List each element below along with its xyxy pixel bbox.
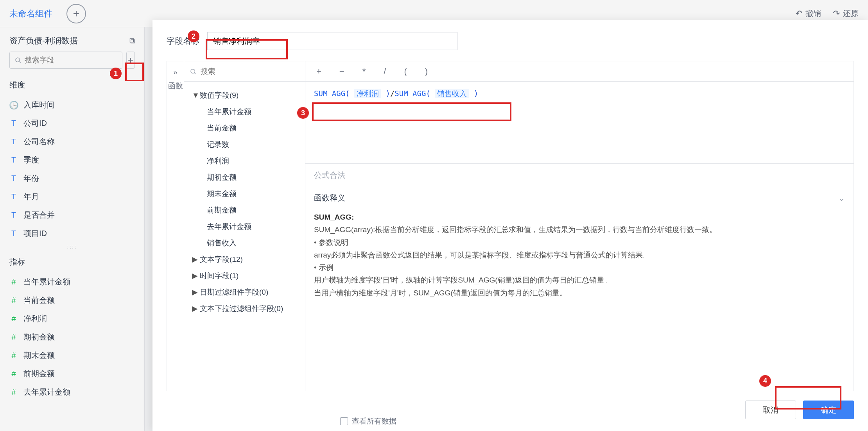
formula-panel: + − * / ( ) SUM_AGG( 净利润 )/SUM_AGG( 销售收入… bbox=[305, 61, 854, 391]
view-all-data-checkbox[interactable]: 查看所有数据 bbox=[340, 416, 396, 426]
operator-bar: + − * / ( ) bbox=[305, 61, 854, 82]
redo-button[interactable]: ↷ 还原 bbox=[833, 8, 859, 19]
text-icon: T bbox=[9, 229, 18, 238]
search-icon bbox=[190, 68, 197, 75]
svg-point-2 bbox=[191, 69, 195, 73]
chevron-right-icon: ▶ bbox=[192, 271, 197, 280]
tree-search-input[interactable] bbox=[201, 67, 299, 76]
undo-button[interactable]: ↶ 撤销 bbox=[795, 8, 821, 19]
dim-item[interactable]: T年份 bbox=[0, 169, 144, 188]
datasource-icon[interactable]: ⧉ bbox=[129, 36, 135, 45]
chevron-right-icon: ▶ bbox=[192, 255, 197, 264]
op-plus[interactable]: + bbox=[316, 66, 321, 77]
formula-validity: 公式合法 bbox=[305, 164, 854, 187]
ok-button[interactable]: 确定 bbox=[803, 401, 854, 419]
text-icon: T bbox=[9, 192, 18, 201]
field-search[interactable] bbox=[9, 52, 122, 69]
number-icon: # bbox=[9, 388, 18, 397]
text-icon: T bbox=[9, 156, 18, 165]
dim-item[interactable]: T公司ID bbox=[0, 114, 144, 132]
metric-item[interactable]: #当前金额 bbox=[0, 291, 144, 309]
dimensions-list: 🕒入库时间 T公司ID T公司名称 T季度 T年份 T年月 T是否合并 T项目I… bbox=[0, 96, 144, 243]
metric-item[interactable]: #净利润 bbox=[0, 309, 144, 328]
tree-group-text[interactable]: ▶文本字段(12) bbox=[188, 251, 301, 268]
tree-group-time[interactable]: ▶时间字段(1) bbox=[188, 268, 301, 284]
redo-label: 还原 bbox=[843, 8, 859, 19]
tree-leaf[interactable]: 期初金额 bbox=[188, 169, 301, 186]
dim-item[interactable]: T季度 bbox=[0, 151, 144, 169]
op-divide[interactable]: / bbox=[384, 66, 386, 77]
component-title[interactable]: 未命名组件 bbox=[9, 8, 52, 20]
number-icon: # bbox=[9, 296, 18, 305]
dim-item[interactable]: 🕒入库时间 bbox=[0, 96, 144, 114]
metrics-header: 指标 bbox=[0, 251, 144, 273]
number-icon: # bbox=[9, 369, 18, 378]
tree-leaf[interactable]: 销售收入 bbox=[188, 235, 301, 251]
metric-item[interactable]: #去年累计金额 bbox=[0, 383, 144, 401]
dim-item[interactable]: T项目ID bbox=[0, 224, 144, 243]
text-icon: T bbox=[9, 119, 18, 128]
svg-point-0 bbox=[16, 58, 20, 62]
tree-leaf[interactable]: 净利润 bbox=[188, 153, 301, 169]
dimensions-header: 维度 bbox=[0, 74, 144, 96]
op-multiply[interactable]: * bbox=[362, 66, 366, 77]
checkbox-icon bbox=[340, 417, 348, 425]
formula-editor[interactable]: SUM_AGG( 净利润 )/SUM_AGG( 销售收入 ) bbox=[305, 82, 854, 164]
chevron-right-icon: » bbox=[173, 68, 177, 77]
tree-leaf[interactable]: 记录数 bbox=[188, 136, 301, 153]
clock-icon: 🕒 bbox=[9, 100, 18, 110]
annotation-1: 1 bbox=[110, 68, 122, 79]
annotation-4: 4 bbox=[759, 375, 771, 387]
sidebar: 资产负债-利润数据 ⧉ + 维度 🕒入库时间 T公司ID T公司名称 T季度 T… bbox=[0, 27, 145, 431]
tree-search[interactable] bbox=[184, 61, 305, 82]
number-icon: # bbox=[9, 333, 18, 342]
add-field-button[interactable]: + bbox=[126, 52, 135, 69]
tree-leaf[interactable]: 当年累计金额 bbox=[188, 104, 301, 120]
function-tab[interactable]: » 函数 bbox=[167, 61, 184, 391]
annotation-3: 3 bbox=[297, 107, 309, 119]
number-icon: # bbox=[9, 277, 18, 286]
cancel-button[interactable]: 取消 bbox=[745, 401, 796, 419]
metric-item[interactable]: #期末金额 bbox=[0, 346, 144, 365]
drag-handle[interactable]: :::: bbox=[0, 243, 144, 251]
function-definition-body: SUM_AGG: SUM_AGG(array):根据当前分析维度，返回指标字段的… bbox=[305, 209, 854, 307]
field-search-input[interactable] bbox=[25, 56, 117, 64]
dim-item[interactable]: T公司名称 bbox=[0, 132, 144, 151]
tree-group-datefilter[interactable]: ▶日期过滤组件字段(0) bbox=[188, 284, 301, 300]
op-minus[interactable]: − bbox=[339, 66, 344, 77]
tree-leaf[interactable]: 当前金额 bbox=[188, 120, 301, 136]
dim-item[interactable]: T是否合并 bbox=[0, 206, 144, 224]
metric-item[interactable]: #前期金额 bbox=[0, 365, 144, 383]
tree-leaf[interactable]: 前期金额 bbox=[188, 202, 301, 218]
field-name-input[interactable] bbox=[207, 32, 457, 50]
chevron-right-icon: ▶ bbox=[192, 304, 197, 313]
metric-item[interactable]: #当年累计金额 bbox=[0, 273, 144, 291]
annotation-2: 2 bbox=[188, 30, 199, 42]
number-icon: # bbox=[9, 351, 18, 360]
tree-leaf[interactable]: 期末金额 bbox=[188, 186, 301, 202]
undo-icon: ↶ bbox=[795, 9, 802, 19]
svg-line-1 bbox=[19, 61, 20, 63]
tree-group-numeric[interactable]: ▼数值字段(9) bbox=[188, 87, 301, 104]
function-definition-header[interactable]: 函数释义 ⌄ bbox=[305, 187, 854, 209]
field-tree-panel: ▼数值字段(9) 当年累计金额 当前金额 记录数 净利润 期初金额 期末金额 前… bbox=[184, 61, 305, 391]
op-paren-close[interactable]: ) bbox=[425, 66, 428, 77]
tree-leaf[interactable]: 去年累计金额 bbox=[188, 218, 301, 235]
field-tag[interactable]: 销售收入 bbox=[435, 89, 469, 98]
field-tag[interactable]: 净利润 bbox=[354, 89, 381, 98]
datasource-title[interactable]: 资产负债-利润数据 bbox=[9, 35, 129, 46]
text-icon: T bbox=[9, 211, 18, 220]
dim-item[interactable]: T年月 bbox=[0, 188, 144, 206]
search-icon bbox=[14, 57, 22, 64]
text-icon: T bbox=[9, 174, 18, 183]
op-paren-open[interactable]: ( bbox=[404, 66, 407, 77]
metrics-list: #当年累计金额 #当前金额 #净利润 #期初金额 #期末金额 #前期金额 #去年… bbox=[0, 273, 144, 401]
function-tab-label: 函数 bbox=[168, 81, 183, 91]
metric-item[interactable]: #期初金额 bbox=[0, 328, 144, 346]
add-component-button[interactable]: + bbox=[66, 4, 86, 23]
chevron-down-icon: ▼ bbox=[192, 91, 197, 100]
text-icon: T bbox=[9, 137, 18, 146]
svg-line-3 bbox=[194, 73, 195, 74]
undo-label: 撤销 bbox=[805, 8, 821, 19]
tree-group-textfilter[interactable]: ▶文本下拉过滤组件字段(0) bbox=[188, 300, 301, 317]
